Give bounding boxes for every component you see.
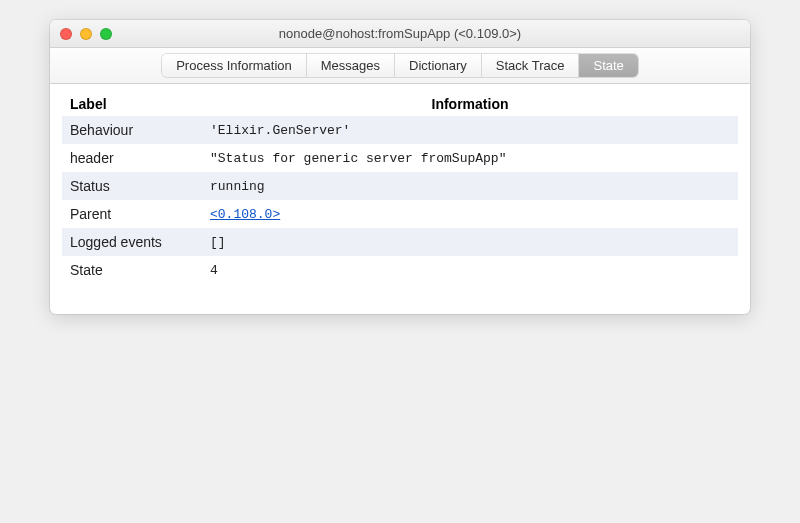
row-info: <0.108.0>: [202, 200, 738, 228]
table-row: Status running: [62, 172, 738, 200]
maximize-icon[interactable]: [100, 28, 112, 40]
row-label: Status: [62, 172, 202, 200]
tab-state[interactable]: State: [579, 54, 637, 77]
row-label: Behaviour: [62, 116, 202, 144]
window-title: nonode@nohost:fromSupApp (<0.109.0>): [50, 26, 750, 41]
row-label: Parent: [62, 200, 202, 228]
row-label: header: [62, 144, 202, 172]
window: nonode@nohost:fromSupApp (<0.109.0>) Pro…: [50, 20, 750, 314]
row-info: running: [202, 172, 738, 200]
row-label: State: [62, 256, 202, 284]
state-table: Label Information Behaviour 'Elixir.GenS…: [62, 92, 738, 284]
row-info: []: [202, 228, 738, 256]
row-info: "Status for generic server fromSupApp": [202, 144, 738, 172]
column-header-information: Information: [202, 92, 738, 116]
tab-bar: Process Information Messages Dictionary …: [50, 48, 750, 84]
tab-messages[interactable]: Messages: [307, 54, 395, 77]
tab-segmented-control: Process Information Messages Dictionary …: [162, 54, 638, 77]
row-info: 4: [202, 256, 738, 284]
table-row: header "Status for generic server fromSu…: [62, 144, 738, 172]
table-row: State 4: [62, 256, 738, 284]
tab-process-information[interactable]: Process Information: [162, 54, 307, 77]
column-header-label: Label: [62, 92, 202, 116]
tab-dictionary[interactable]: Dictionary: [395, 54, 482, 77]
row-label: Logged events: [62, 228, 202, 256]
table-row: Behaviour 'Elixir.GenServer': [62, 116, 738, 144]
content-area: Label Information Behaviour 'Elixir.GenS…: [50, 84, 750, 314]
titlebar: nonode@nohost:fromSupApp (<0.109.0>): [50, 20, 750, 48]
table-row: Logged events []: [62, 228, 738, 256]
table-row: Parent <0.108.0>: [62, 200, 738, 228]
row-info: 'Elixir.GenServer': [202, 116, 738, 144]
close-icon[interactable]: [60, 28, 72, 40]
minimize-icon[interactable]: [80, 28, 92, 40]
window-controls: [50, 28, 112, 40]
parent-pid-link[interactable]: <0.108.0>: [210, 207, 280, 222]
tab-stack-trace[interactable]: Stack Trace: [482, 54, 580, 77]
